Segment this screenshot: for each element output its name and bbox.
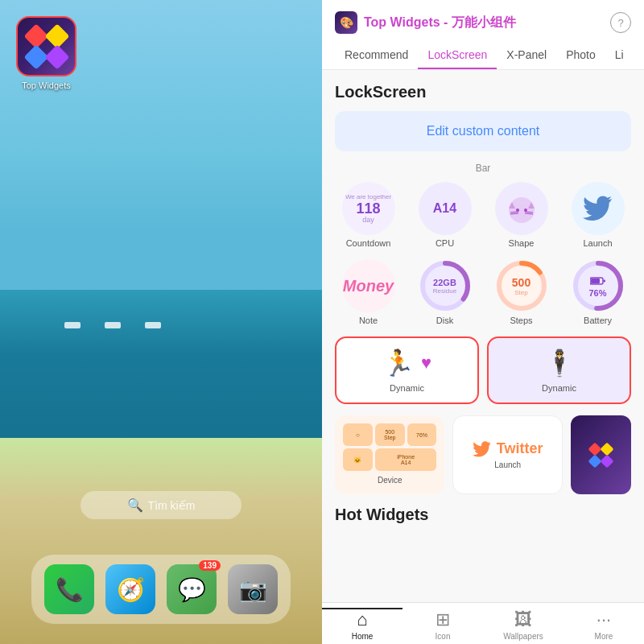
min-gem-p [600, 454, 613, 468]
launch-label: Launch [583, 238, 612, 248]
bar-label: Bar [335, 163, 631, 174]
min-gem-y [600, 442, 613, 456]
hot-widgets-title: Hot Widgets [335, 506, 631, 524]
launch-tile[interactable]: Twitter Launch [452, 415, 562, 494]
app-header: 🎨 Top Widgets - 万能小组件 ? Recommend LockSc… [322, 0, 644, 70]
search-bar-text: Tìm kiếm [148, 499, 196, 512]
bottom-nav: ⌂ Home ⊞ Icon 🖼 Wallpapers ··· More [322, 602, 644, 644]
steps-sub-text: Step [512, 289, 530, 296]
tab-photo[interactable]: Photo [556, 42, 605, 69]
steps-main-text: 500 [512, 276, 530, 289]
disk-main-text: 22GB [433, 278, 456, 287]
disk-widget[interactable]: 22GB Residue Disk [411, 259, 478, 325]
cat-face-svg [504, 191, 539, 226]
battery-label: Battery [584, 316, 612, 325]
device-mini-grid: ○ 500Step 76% 🐱 iPhoneA14 [343, 423, 436, 471]
countdown-label: Countdown [346, 238, 391, 248]
device-mini-5: iPhoneA14 [375, 448, 437, 471]
top-widgets-app-icon[interactable] [16, 16, 76, 76]
bottom-nav-icon[interactable]: ⊞ Icon [402, 609, 483, 641]
dynamic-tile-2[interactable]: 🕴 Dynamic [487, 336, 631, 404]
tab-xpanel[interactable]: X-Panel [497, 42, 556, 69]
steps-widget[interactable]: 500 Step Steps [488, 259, 555, 325]
dock-phone-icon[interactable]: 📞 [44, 564, 94, 614]
battery-percent-text: 76% [588, 288, 606, 298]
note-label: Note [359, 316, 378, 325]
steps-label: Steps [510, 316, 532, 325]
icon-label: Icon [436, 632, 451, 641]
device-tile[interactable]: ○ 500Step 76% 🐱 iPhoneA14 Device [335, 415, 444, 494]
shape-widget[interactable]: Shape [488, 182, 555, 248]
device-mini-4: 🐱 [343, 448, 373, 471]
twitter-label: Twitter [497, 440, 543, 457]
safari-emoji: 🧭 [117, 576, 145, 603]
countdown-days: 118 [356, 201, 380, 216]
disk-center: 22GB Residue [433, 278, 456, 295]
wallpapers-label: Wallpapers [503, 632, 543, 641]
app-title-row: 🎨 Top Widgets - 万能小组件 [335, 11, 516, 34]
twitter-launch-inner: Twitter [473, 440, 543, 457]
battery-circle-container: 76% [572, 259, 625, 312]
bottom-nav-more[interactable]: ··· More [564, 609, 644, 641]
stick-figure-icon-1: 🏃 [382, 348, 415, 378]
gem-purple [44, 44, 69, 69]
search-bar[interactable]: 🔍 Tìm kiếm [80, 491, 242, 519]
more-label: More [595, 632, 613, 641]
cpu-circle: A14 [419, 182, 472, 235]
app-title: Top Widgets - 万能小组件 [364, 14, 516, 31]
widget-grid-row2: Money Note 22GB Residue Disk [335, 259, 631, 325]
boat-1 [64, 322, 80, 328]
disk-label: Disk [436, 316, 453, 325]
boats [64, 322, 161, 328]
tab-li[interactable]: Li [605, 42, 631, 69]
dock-messages-icon[interactable]: 💬 139 [167, 564, 217, 614]
device-mini-3: 76% [407, 423, 437, 446]
home-label: Home [352, 632, 374, 641]
battery-icon-small [590, 277, 606, 285]
app-icon-container[interactable]: Top Widgets [16, 16, 76, 90]
money-text: Money [343, 277, 394, 295]
wallpapers-icon: 🖼 [514, 609, 532, 630]
dynamic-tile-1[interactable]: 🏃 ♥ Dynamic [335, 336, 479, 404]
boat-2 [105, 322, 121, 328]
dynamic-tile-2-inner: 🕴 [498, 348, 620, 378]
left-panel: Top Widgets 🔍 Tìm kiếm 📞 🧭 💬 139 📷 [0, 0, 322, 644]
min-gems [586, 440, 616, 470]
dock-camera-icon[interactable]: 📷 [228, 564, 278, 614]
svg-rect-16 [603, 280, 605, 283]
bottom-nav-home[interactable]: ⌂ Home [322, 608, 402, 641]
countdown-widget[interactable]: We are together 118 day Countdown [335, 182, 402, 248]
shape-circle [495, 182, 548, 235]
device-tile-label: Device [378, 474, 402, 486]
app-header-top: 🎨 Top Widgets - 万能小组件 ? [335, 11, 631, 34]
content-area: LockScreen Edit custom content Bar We ar… [322, 70, 644, 602]
disk-circle-container: 22GB Residue [419, 259, 472, 312]
svg-point-3 [516, 208, 519, 212]
battery-widget[interactable]: 76% Battery [564, 259, 631, 325]
edit-custom-content-button[interactable]: Edit custom content [335, 111, 631, 151]
icon-tab-icon: ⊞ [436, 609, 450, 630]
tab-lockscreen[interactable]: LockScreen [418, 42, 497, 69]
note-circle: Money [342, 259, 395, 312]
launch-widget[interactable]: Launch [564, 182, 631, 248]
dynamic-label-1: Dynamic [390, 383, 424, 393]
min-tile[interactable] [571, 415, 631, 494]
cpu-label: CPU [436, 238, 454, 248]
right-panel: 🎨 Top Widgets - 万能小组件 ? Recommend LockSc… [322, 0, 644, 644]
dock-safari-icon[interactable]: 🧭 [105, 564, 155, 614]
gem-blue [23, 44, 48, 69]
steps-center: 500 Step [512, 276, 530, 296]
boat-3 [145, 322, 161, 328]
gem-red [23, 23, 48, 48]
svg-point-0 [509, 197, 535, 223]
launch-circle [572, 182, 625, 235]
note-widget[interactable]: Money Note [335, 259, 402, 325]
bottom-nav-wallpapers[interactable]: 🖼 Wallpapers [483, 609, 564, 641]
countdown-day-label: day [362, 216, 374, 224]
tab-recommend[interactable]: Recommend [335, 42, 418, 69]
cpu-widget[interactable]: A14 CPU [411, 182, 478, 248]
countdown-circle: We are together 118 day [342, 182, 395, 235]
disk-sub-text: Residue [433, 287, 456, 295]
help-icon[interactable]: ? [610, 12, 631, 33]
more-icon: ··· [597, 609, 611, 630]
